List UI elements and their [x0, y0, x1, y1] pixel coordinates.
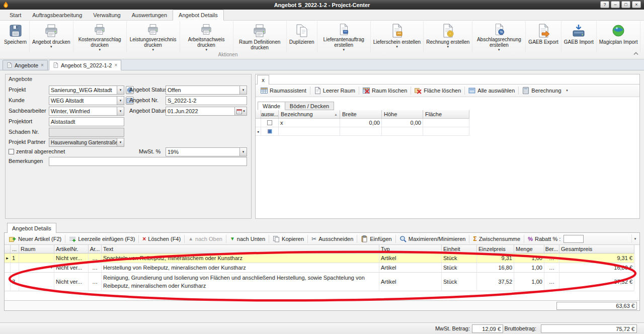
projekt-partner-dropdown-button[interactable]: ▾	[117, 138, 124, 146]
article-row-3[interactable]: 3 Nicht ver... … Reinigung, Grundierung …	[5, 273, 639, 291]
kopieren-button[interactable]: Kopieren	[270, 234, 306, 243]
gaeb-export-button[interactable]: GAEB Export	[526, 21, 561, 52]
kostenvoranschlag-drucken-button[interactable]: Kostenvoranschlag drucken ▾	[73, 21, 127, 52]
calc-ellipsis-button[interactable]: …	[544, 263, 559, 273]
maximieren-minimieren-button[interactable]: Maximieren/Minimieren	[397, 234, 468, 243]
angebot-datum-field[interactable]: 01.Jun.2022 ▾	[166, 107, 247, 116]
ribbon-tab-auftragsbearbeitung[interactable]: Auftragsbearbeitung	[27, 10, 88, 20]
column-header-bezeichnung[interactable]: Bezeichnung ▲	[279, 110, 340, 119]
raumassistent-button[interactable]: Raumassistent	[258, 86, 309, 95]
gaeb-import-button[interactable]: GAEB Import	[561, 21, 597, 52]
schaden-nr-input[interactable]	[49, 128, 124, 137]
calc-ellipsis-button[interactable]: …	[544, 273, 559, 291]
maximize-button[interactable]: □	[621, 1, 630, 8]
angebot-nr-field[interactable]: S_2022-1-2	[166, 96, 247, 105]
leerzeile-einfuegen-button[interactable]: Leerzeile einfügen (F3)	[66, 234, 137, 243]
rabatt-input[interactable]	[564, 235, 584, 243]
zwischensumme-button[interactable]: Σ Zwischensumme	[470, 235, 523, 243]
column-header-einzelpreis[interactable]: Einzelpreis	[477, 245, 514, 254]
calc-ellipsis-button[interactable]: …	[544, 254, 559, 263]
rechnung-erstellen-button[interactable]: Rechnung erstellen ▾	[424, 21, 472, 52]
column-header-flaeche[interactable]: Fläche	[423, 110, 469, 119]
ribbon-tab-angebot-details[interactable]: Angebot Details	[173, 10, 224, 21]
doc-tab-angebot-s-2022-1-2[interactable]: Angebot S_2022-1-2 ×	[49, 60, 121, 70]
column-header-menge[interactable]: Menge	[514, 245, 544, 254]
lieferantenauftrag-erstellen-button[interactable]: Lieferantenauftrag erstellen ▾	[317, 21, 371, 52]
nach-unten-button[interactable]: ▼ nach Unten	[227, 235, 268, 243]
loeschen-button[interactable]: × Löschen (F4)	[140, 235, 183, 243]
lieferschein-erstellen-button[interactable]: Lieferschein erstellen ▾	[371, 21, 424, 52]
mwst-dropdown-button[interactable]: ▾	[239, 148, 247, 156]
arbeitsnachweis-drucken-button[interactable]: Arbeitsnachweis drucken ▾	[180, 21, 233, 52]
column-header-raum[interactable]: Raum	[19, 245, 54, 254]
kunde-dropdown-button[interactable]: ▾	[117, 97, 124, 105]
kunde-combo[interactable]: WEG Altstadt ▾	[49, 96, 124, 105]
column-header-hoehe[interactable]: Höhe	[382, 110, 423, 119]
bemerkungen-input[interactable]	[49, 157, 247, 166]
column-header-ber[interactable]: Ber...	[544, 245, 559, 254]
room-grid-row[interactable]: x 0,00 0,00	[256, 119, 470, 127]
magicplan-import-button[interactable]: Magicplan Import	[597, 21, 641, 52]
column-header-typ[interactable]: Typ	[379, 245, 442, 254]
column-header-ar[interactable]: Ar...	[89, 245, 102, 254]
berechnung-button[interactable]: Berechnung	[520, 86, 564, 95]
sachbearbeiter-combo[interactable]: Winter, Winfried ▾	[49, 107, 124, 116]
minimize-button[interactable]: –	[611, 1, 620, 8]
row-checkbox[interactable]	[267, 120, 272, 125]
neuer-artikel-button[interactable]: Neuer Artikel (F2)	[7, 234, 64, 243]
angebot-drucken-button[interactable]: Angebot drucken ▾	[30, 21, 73, 52]
projekt-partner-combo[interactable]: Hausverwaltung Gartenstraße ▾	[49, 138, 124, 147]
article-row-1[interactable]: ▸ 1 Nicht ver... … Spachteln von Reibepu…	[5, 254, 639, 263]
toolbar-overflow-button[interactable]: ▾	[631, 234, 638, 243]
close-button[interactable]: ×	[632, 1, 641, 8]
close-icon[interactable]: ×	[114, 62, 117, 68]
nach-oben-button[interactable]: ▲ nach Oben	[186, 235, 225, 243]
column-header-breite[interactable]: Breite	[340, 110, 382, 119]
angebot-status-combo[interactable]: Offen ▾	[166, 86, 247, 95]
article-ellipsis-button[interactable]: …	[89, 263, 102, 273]
column-header-gesamtpreis[interactable]: Gesamtpreis	[559, 245, 634, 254]
alle-auswaehlen-button[interactable]: Alle auswählen	[466, 86, 517, 95]
projekt-combo[interactable]: Sanierung_WEG Altstadt ▾	[49, 86, 124, 95]
projektort-field[interactable]: Alstastadt	[49, 117, 124, 126]
room-tab-x[interactable]: x	[257, 75, 269, 85]
column-header-einheit[interactable]: Einheit	[442, 245, 477, 254]
ribbon-tab-verwaltung[interactable]: Verwaltung	[88, 10, 126, 20]
raum-definitionen-drucken-button[interactable]: Raum Definitionen drucken	[233, 21, 287, 52]
projekt-dropdown-button[interactable]: ▾	[117, 86, 124, 94]
einfuegen-button[interactable]: Einfügen	[358, 234, 394, 243]
close-icon[interactable]: ×	[41, 62, 44, 68]
article-row-2[interactable]: ▾ Nicht ver... … Herstellung von Reibepu…	[5, 263, 639, 273]
ribbon-tab-auswertungen[interactable]: Auswertungen	[126, 10, 173, 20]
subtab-boeden-decken[interactable]: Böden / Decken	[285, 102, 334, 110]
angebot-status-dropdown-button[interactable]: ▾	[239, 86, 247, 94]
speichern-button[interactable]: Speichern	[2, 21, 30, 52]
article-ellipsis-button[interactable]: …	[89, 273, 102, 291]
leistungsverzeichnis-drucken-button[interactable]: Leistungsverzeichnis drucken ▾	[127, 21, 180, 52]
subtab-waende[interactable]: Wände	[258, 102, 285, 110]
ausschneiden-button[interactable]: ✂ Ausschneiden	[309, 235, 356, 243]
duplizieren-button[interactable]: Duplizieren	[287, 21, 317, 52]
column-header-text[interactable]: Text	[102, 245, 379, 254]
sachbearbeiter-dropdown-button[interactable]: ▾	[117, 107, 124, 115]
zentral-abgerechnet-checkbox[interactable]	[9, 149, 14, 154]
column-header-num[interactable]: ...	[11, 245, 19, 254]
abschlagsrechnung-erstellen-button[interactable]: % Abschlagsrechnung erstellen ▾	[472, 21, 526, 52]
column-header-artikelnr[interactable]: ArtikelNr.	[54, 245, 89, 254]
leerer-raum-button[interactable]: Leerer Raum	[311, 86, 358, 95]
insert-row-icon	[69, 235, 76, 242]
help-button[interactable]: ?	[600, 1, 609, 8]
flaeche-loeschen-button[interactable]: Fläche löschen	[412, 86, 463, 95]
room-grid-new-row[interactable]: ● ▣	[256, 127, 470, 136]
ribbon-collapse-icon[interactable]	[633, 51, 639, 56]
doc-tab-angebote[interactable]: Angebote ×	[3, 60, 48, 70]
raum-loeschen-button[interactable]: Raum löschen	[360, 86, 410, 95]
mwst-combo[interactable]: 19% ▾	[166, 147, 247, 156]
column-header-ausw[interactable]: ausw...	[261, 110, 279, 119]
details-tab[interactable]: Angebot Details	[7, 223, 56, 233]
article-ellipsis-button[interactable]: …	[89, 254, 102, 263]
angebot-datum-calendar-button[interactable]: ▾	[234, 107, 247, 115]
ribbon-tab-start[interactable]: Start	[4, 10, 27, 20]
berechnung-dropdown-button[interactable]: ▾	[564, 86, 571, 95]
raum-dropdown-icon[interactable]: ▾	[50, 266, 52, 270]
